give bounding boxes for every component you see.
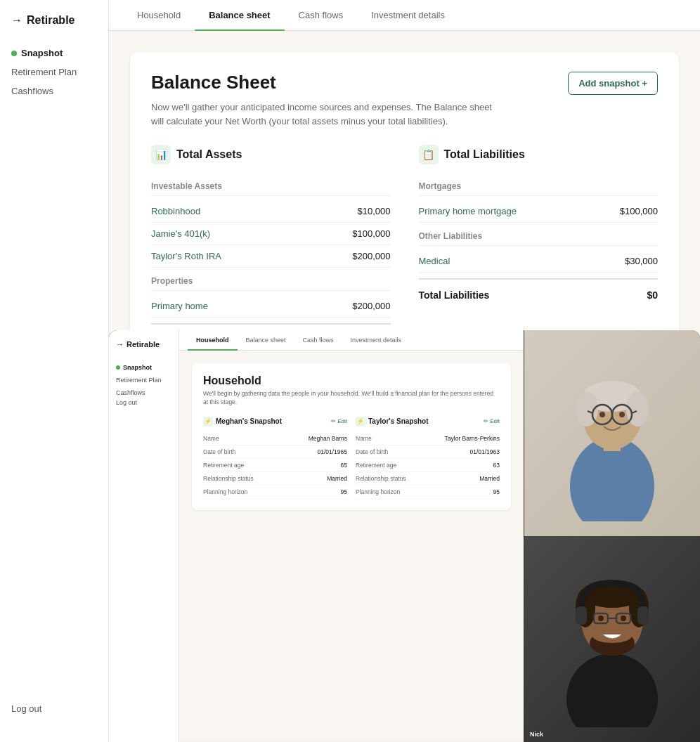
taylors-roth-value: $200,000 (352, 251, 390, 261)
video-panel-bottom: Nick (524, 536, 700, 742)
overlay-card: Household We'll begin by gathering data … (192, 363, 511, 510)
overlay-nav-label: Snapshot (123, 364, 152, 371)
top-nav: Household Balance sheet Cash flows Inves… (109, 0, 700, 31)
tab-balance-sheet[interactable]: Balance sheet (195, 0, 284, 30)
sidebar-item-label: Cashflows (11, 86, 53, 96)
overlay-data-row: Date of birth 01/01/1965 (203, 445, 347, 459)
total-liabilities-icon: 📋 (419, 145, 439, 164)
svg-rect-20 (637, 606, 649, 625)
total-assets-header: 📊 Total Assets (151, 145, 391, 170)
tab-cash-flows[interactable]: Cash flows (285, 0, 358, 30)
sidebar-item-retirement-plan[interactable]: Retirement Plan (11, 63, 97, 82)
robbinhood-link[interactable]: Robbinhood (151, 206, 200, 216)
overlay-sidebar-cashflows[interactable]: Cashflows (116, 386, 171, 399)
investable-assets-label: Investable Assets (151, 181, 391, 196)
person-1-edit[interactable]: ✏ Edit (331, 418, 347, 424)
overlay-tab-cash-flows[interactable]: Cash flows (294, 330, 342, 350)
video-person-top-image (524, 330, 700, 536)
list-item: Jamie's 401(k) $100,000 (151, 223, 391, 245)
person-1-icon: ⚡ (203, 417, 213, 427)
total-liabilities-total-label: Total Liabilities (419, 289, 490, 301)
tab-household[interactable]: Household (123, 0, 195, 30)
logout-button[interactable]: Log out (11, 703, 97, 728)
other-liabilities-label: Other Liabilities (419, 231, 659, 246)
person-2-header: ⚡ Taylor's Snapshot ✏ Edit (356, 417, 500, 427)
overlay-sidebar-snapshot[interactable]: Snapshot (116, 361, 171, 374)
taylors-roth-link[interactable]: Taylor's Roth IRA (151, 251, 221, 261)
primary-home-link[interactable]: Primary home (151, 301, 208, 311)
sidebar-item-cashflows[interactable]: Cashflows (11, 82, 97, 100)
total-assets-section: 📊 Total Assets Investable Assets Robbinh… (151, 145, 391, 346)
svg-point-24 (598, 616, 604, 621)
field-value: 63 (493, 462, 500, 469)
overlay-data-row: Relationship status Married (203, 472, 347, 486)
list-item: Medical $30,000 (419, 250, 659, 273)
total-liabilities-row: Total Liabilities $0 (419, 278, 659, 301)
overlay-logout[interactable]: Log out (116, 399, 171, 416)
total-liabilities-header: 📋 Total Liabilities (419, 145, 659, 170)
overlay-tab-investment-details[interactable]: Investment details (342, 330, 410, 350)
list-item: Taylor's Roth IRA $200,000 (151, 245, 391, 268)
robbinhood-value: $10,000 (358, 206, 391, 216)
field-label: Date of birth (203, 448, 235, 455)
primary-home-value: $200,000 (352, 301, 390, 311)
field-value: Taylor Barns-Perkins (445, 435, 500, 442)
overlay-nav-label: Retirement Plan (116, 377, 162, 384)
overlay-data-row: Name Meghan Barns (203, 432, 347, 445)
tab-investment-details[interactable]: Investment details (357, 0, 459, 30)
sidebar-item-snapshot[interactable]: Snapshot (11, 44, 97, 63)
person-2-edit[interactable]: ✏ Edit (484, 418, 500, 424)
total-liabilities-section: 📋 Total Liabilities Mortgages Primary ho… (419, 145, 659, 346)
field-label: Date of birth (356, 448, 388, 455)
properties-label: Properties (151, 276, 391, 291)
medical-link[interactable]: Medical (419, 256, 451, 266)
overlay-nav-label: Cashflows (116, 389, 145, 396)
jamies-401k-link[interactable]: Jamie's 401(k) (151, 228, 210, 239)
person-1-section: ⚡ Meghan's Snapshot ✏ Edit Name Meghan B… (203, 417, 347, 499)
overlay-sidebar-retirement[interactable]: Retirement Plan (116, 374, 171, 386)
list-item: Robbinhood $10,000 (151, 200, 391, 223)
field-value: 95 (493, 488, 500, 495)
overlay-data-row: Planning horizon 95 (203, 486, 347, 499)
overlay-logo-arrow: → (116, 340, 124, 349)
total-liabilities-total-value: $0 (647, 289, 658, 301)
add-snapshot-button[interactable]: Add snapshot + (568, 72, 658, 95)
field-value: 95 (341, 488, 347, 495)
primary-mortgage-link[interactable]: Primary home mortgage (419, 206, 517, 216)
video-person-bottom-image (524, 536, 700, 742)
person-top-svg (542, 346, 682, 521)
primary-mortgage-value: $100,000 (620, 206, 658, 216)
field-value: 65 (341, 462, 347, 469)
overlay-dot (116, 365, 120, 370)
overlay-logo-text: Retirable (127, 340, 160, 349)
field-label: Retirement age (203, 462, 244, 469)
field-label: Relationship status (356, 475, 406, 482)
card-subtitle: Now we'll gather your anticipated income… (151, 100, 503, 128)
person-1-name-label: Meghan's Snapshot (216, 417, 282, 425)
total-assets-icon: 📊 (151, 145, 171, 164)
overlay-tab-household[interactable]: Household (188, 330, 238, 350)
overlay-data-row: Relationship status Married (356, 472, 500, 486)
total-liabilities-label: Total Liabilities (444, 148, 525, 161)
page-title: Balance Sheet (151, 72, 276, 93)
field-value: Meghan Barns (309, 435, 347, 442)
overlay-panel: → Retirable Snapshot Retirement Plan Cas… (109, 330, 700, 742)
overlay-inner: → Retirable Snapshot Retirement Plan Cas… (109, 330, 524, 742)
jamies-401k-value: $100,000 (352, 228, 390, 239)
overlay-data-row: Retirement age 65 (203, 459, 347, 472)
field-value: Married (327, 475, 347, 482)
logo: → Retirable (11, 14, 97, 27)
field-value: 01/01/1965 (317, 448, 347, 455)
overlay-tab-balance-sheet[interactable]: Balance sheet (238, 330, 294, 350)
svg-rect-19 (576, 606, 587, 625)
overlay-data-row: Name Taylor Barns-Perkins (356, 432, 500, 445)
field-label: Planning horizon (203, 488, 247, 495)
svg-point-12 (619, 412, 625, 417)
overlay-card-subtitle: We'll begin by gathering data the people… (203, 390, 500, 407)
field-label: Planning horizon (356, 488, 400, 495)
person-bottom-svg (542, 552, 682, 727)
person-2-section: ⚡ Taylor's Snapshot ✏ Edit Name Taylor B… (356, 417, 500, 499)
medical-value: $30,000 (625, 256, 658, 266)
field-label: Relationship status (203, 475, 254, 482)
overlay-data-row: Planning horizon 95 (356, 486, 500, 499)
